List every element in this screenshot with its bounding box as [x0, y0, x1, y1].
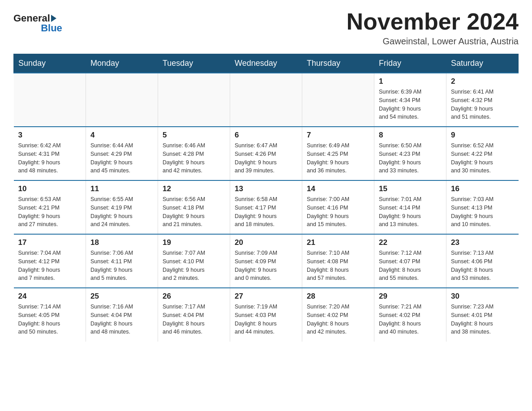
- calendar-cell: 4Sunrise: 6:44 AMSunset: 4:29 PMDaylight…: [86, 127, 158, 180]
- calendar-cell: 23Sunrise: 7:13 AMSunset: 4:06 PMDayligh…: [446, 234, 519, 288]
- day-info: Sunrise: 6:53 AMSunset: 4:21 PMDaylight:…: [18, 195, 82, 229]
- day-number: 4: [90, 131, 153, 140]
- day-number: 23: [451, 238, 514, 247]
- calendar-cell: 3Sunrise: 6:42 AMSunset: 4:31 PMDaylight…: [14, 127, 86, 180]
- calendar-cell: 18Sunrise: 7:06 AMSunset: 4:11 PMDayligh…: [86, 234, 158, 288]
- calendar-cell: 9Sunrise: 6:52 AMSunset: 4:22 PMDaylight…: [446, 127, 519, 180]
- calendar-cell: 10Sunrise: 6:53 AMSunset: 4:21 PMDayligh…: [14, 180, 86, 234]
- day-info: Sunrise: 7:09 AMSunset: 4:09 PMDaylight:…: [235, 249, 297, 283]
- day-info: Sunrise: 7:01 AMSunset: 4:14 PMDaylight:…: [379, 195, 442, 229]
- day-info: Sunrise: 7:21 AMSunset: 4:02 PMDaylight:…: [379, 303, 442, 336]
- day-info: Sunrise: 7:06 AMSunset: 4:11 PMDaylight:…: [90, 249, 153, 283]
- day-info: Sunrise: 6:56 AMSunset: 4:18 PMDaylight:…: [163, 195, 225, 229]
- day-number: 30: [451, 292, 514, 301]
- day-number: 9: [451, 131, 514, 140]
- calendar-cell: 12Sunrise: 6:56 AMSunset: 4:18 PMDayligh…: [158, 180, 230, 234]
- calendar-subtitle: Gaweinstal, Lower Austria, Austria: [347, 36, 519, 47]
- day-number: 17: [18, 238, 82, 247]
- day-info: Sunrise: 7:00 AMSunset: 4:16 PMDaylight:…: [307, 195, 369, 229]
- calendar-cell: [158, 73, 230, 127]
- day-info: Sunrise: 6:50 AMSunset: 4:23 PMDaylight:…: [379, 141, 442, 175]
- day-info: Sunrise: 7:20 AMSunset: 4:02 PMDaylight:…: [307, 303, 369, 336]
- day-info: Sunrise: 6:49 AMSunset: 4:25 PMDaylight:…: [307, 141, 369, 175]
- col-header-tuesday: Tuesday: [158, 54, 230, 73]
- day-number: 26: [163, 292, 225, 301]
- day-info: Sunrise: 7:04 AMSunset: 4:12 PMDaylight:…: [18, 249, 82, 283]
- week-row-4: 17Sunrise: 7:04 AMSunset: 4:12 PMDayligh…: [14, 234, 519, 288]
- calendar-cell: 8Sunrise: 6:50 AMSunset: 4:23 PMDaylight…: [374, 127, 446, 180]
- calendar-cell: [14, 73, 86, 127]
- day-number: 11: [90, 184, 153, 193]
- day-number: 20: [235, 238, 297, 247]
- calendar-cell: 22Sunrise: 7:12 AMSunset: 4:07 PMDayligh…: [374, 234, 446, 288]
- day-number: 7: [307, 131, 369, 140]
- day-number: 28: [307, 292, 369, 301]
- day-info: Sunrise: 7:12 AMSunset: 4:07 PMDaylight:…: [379, 249, 442, 283]
- logo-triangle-icon: [51, 15, 56, 22]
- calendar-cell: [230, 73, 302, 127]
- day-number: 29: [379, 292, 442, 301]
- calendar-cell: 6Sunrise: 6:47 AMSunset: 4:26 PMDaylight…: [230, 127, 302, 180]
- calendar-cell: 2Sunrise: 6:41 AMSunset: 4:32 PMDaylight…: [446, 73, 519, 127]
- day-number: 5: [163, 131, 225, 140]
- col-header-friday: Friday: [374, 54, 446, 73]
- day-info: Sunrise: 6:46 AMSunset: 4:28 PMDaylight:…: [163, 141, 225, 175]
- day-number: 1: [379, 77, 442, 86]
- calendar-cell: 25Sunrise: 7:16 AMSunset: 4:04 PMDayligh…: [86, 288, 158, 342]
- day-number: 22: [379, 238, 442, 247]
- calendar-cell: 15Sunrise: 7:01 AMSunset: 4:14 PMDayligh…: [374, 180, 446, 234]
- week-row-1: 1Sunrise: 6:39 AMSunset: 4:34 PMDaylight…: [14, 73, 519, 127]
- day-number: 27: [235, 292, 297, 301]
- day-info: Sunrise: 6:41 AMSunset: 4:32 PMDaylight:…: [451, 88, 514, 121]
- page-header: General Blue November 2024 Gaweinstal, L…: [13, 9, 519, 47]
- day-number: 16: [451, 184, 514, 193]
- calendar-cell: 27Sunrise: 7:19 AMSunset: 4:03 PMDayligh…: [230, 288, 302, 342]
- title-area: November 2024 Gaweinstal, Lower Austria,…: [347, 9, 519, 47]
- day-number: 21: [307, 238, 369, 247]
- calendar-cell: 17Sunrise: 7:04 AMSunset: 4:12 PMDayligh…: [14, 234, 86, 288]
- calendar-cell: 11Sunrise: 6:55 AMSunset: 4:19 PMDayligh…: [86, 180, 158, 234]
- col-header-saturday: Saturday: [446, 54, 519, 73]
- day-info: Sunrise: 6:44 AMSunset: 4:29 PMDaylight:…: [90, 141, 153, 175]
- calendar-table: SundayMondayTuesdayWednesdayThursdayFrid…: [13, 54, 519, 342]
- col-header-sunday: Sunday: [14, 54, 86, 73]
- day-number: 15: [379, 184, 442, 193]
- day-info: Sunrise: 7:23 AMSunset: 4:01 PMDaylight:…: [451, 303, 514, 336]
- day-number: 18: [90, 238, 153, 247]
- col-header-monday: Monday: [86, 54, 158, 73]
- day-number: 2: [451, 77, 514, 86]
- day-info: Sunrise: 7:19 AMSunset: 4:03 PMDaylight:…: [235, 303, 297, 336]
- calendar-cell: 7Sunrise: 6:49 AMSunset: 4:25 PMDaylight…: [302, 127, 374, 180]
- logo: General Blue: [13, 9, 62, 34]
- day-info: Sunrise: 7:03 AMSunset: 4:13 PMDaylight:…: [451, 195, 514, 229]
- calendar-cell: 29Sunrise: 7:21 AMSunset: 4:02 PMDayligh…: [374, 288, 446, 342]
- day-info: Sunrise: 6:39 AMSunset: 4:34 PMDaylight:…: [379, 88, 442, 121]
- day-info: Sunrise: 7:10 AMSunset: 4:08 PMDaylight:…: [307, 249, 369, 283]
- day-info: Sunrise: 7:16 AMSunset: 4:04 PMDaylight:…: [90, 303, 153, 336]
- day-info: Sunrise: 6:52 AMSunset: 4:22 PMDaylight:…: [451, 141, 514, 175]
- day-number: 10: [18, 184, 82, 193]
- calendar-cell: 26Sunrise: 7:17 AMSunset: 4:04 PMDayligh…: [158, 288, 230, 342]
- day-info: Sunrise: 7:14 AMSunset: 4:05 PMDaylight:…: [18, 303, 82, 336]
- col-header-wednesday: Wednesday: [230, 54, 302, 73]
- day-info: Sunrise: 6:47 AMSunset: 4:26 PMDaylight:…: [235, 141, 297, 175]
- calendar-cell: 13Sunrise: 6:58 AMSunset: 4:17 PMDayligh…: [230, 180, 302, 234]
- calendar-cell: 19Sunrise: 7:07 AMSunset: 4:10 PMDayligh…: [158, 234, 230, 288]
- week-row-3: 10Sunrise: 6:53 AMSunset: 4:21 PMDayligh…: [14, 180, 519, 234]
- day-info: Sunrise: 7:07 AMSunset: 4:10 PMDaylight:…: [163, 249, 225, 283]
- day-info: Sunrise: 7:13 AMSunset: 4:06 PMDaylight:…: [451, 249, 514, 283]
- calendar-cell: 28Sunrise: 7:20 AMSunset: 4:02 PMDayligh…: [302, 288, 374, 342]
- calendar-cell: 24Sunrise: 7:14 AMSunset: 4:05 PMDayligh…: [14, 288, 86, 342]
- day-number: 13: [235, 184, 297, 193]
- day-info: Sunrise: 6:55 AMSunset: 4:19 PMDaylight:…: [90, 195, 153, 229]
- col-header-thursday: Thursday: [302, 54, 374, 73]
- day-info: Sunrise: 6:58 AMSunset: 4:17 PMDaylight:…: [235, 195, 297, 229]
- calendar-cell: 5Sunrise: 6:46 AMSunset: 4:28 PMDaylight…: [158, 127, 230, 180]
- day-number: 25: [90, 292, 153, 301]
- calendar-cell: 20Sunrise: 7:09 AMSunset: 4:09 PMDayligh…: [230, 234, 302, 288]
- day-number: 6: [235, 131, 297, 140]
- calendar-cell: 14Sunrise: 7:00 AMSunset: 4:16 PMDayligh…: [302, 180, 374, 234]
- day-number: 3: [18, 131, 82, 140]
- week-row-5: 24Sunrise: 7:14 AMSunset: 4:05 PMDayligh…: [14, 288, 519, 342]
- day-number: 24: [18, 292, 82, 301]
